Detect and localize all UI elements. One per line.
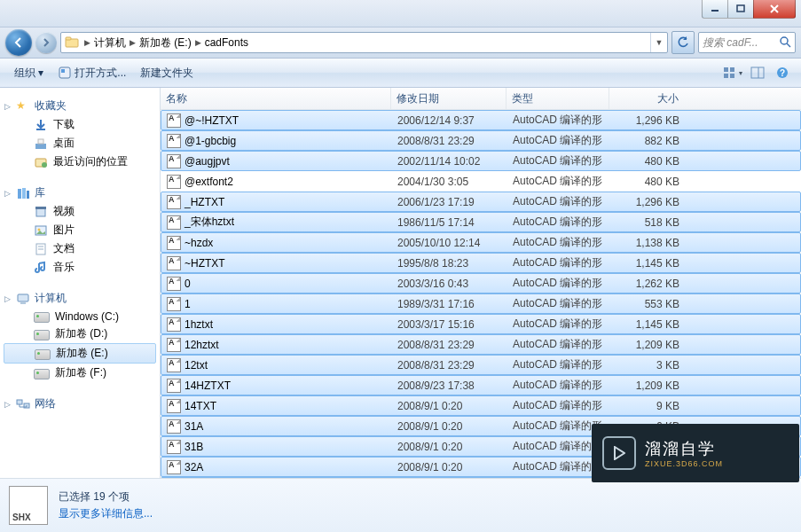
file-row[interactable]: 1hztxt 2003/3/17 15:16 AutoCAD 编译的形 1,14… — [161, 314, 801, 334]
column-size[interactable]: 大小 — [609, 88, 684, 109]
help-button[interactable]: ? — [771, 63, 794, 82]
file-row[interactable]: _HZTXT 2006/1/23 17:19 AutoCAD 编译的形 1,29… — [161, 192, 801, 212]
drive-item[interactable]: 新加卷 (E:) — [4, 343, 156, 364]
libraries-item[interactable]: 图片 — [0, 221, 160, 239]
computer-header[interactable]: ▷ 计算机 — [0, 289, 160, 308]
nav-label: 网络 — [35, 396, 56, 411]
favorites-item[interactable]: 最近访问的位置 — [0, 153, 160, 171]
network-header[interactable]: ▷ 网络 — [0, 395, 160, 413]
drive-item[interactable]: 新加卷 (F:) — [0, 364, 160, 382]
file-size: 882 KB — [610, 135, 685, 147]
drive-item[interactable]: Windows (C:) — [0, 308, 160, 325]
view-options-button[interactable]: ▾ — [721, 63, 744, 82]
file-name: 14HZTXT — [185, 379, 231, 392]
drive-item[interactable]: 新加卷 (D:) — [0, 325, 160, 343]
open-with-button[interactable]: 打开方式... — [51, 62, 133, 84]
breadcrumb[interactable]: cadFonts — [203, 36, 250, 49]
file-date: 2005/10/10 12:14 — [392, 237, 507, 249]
file-date: 2008/9/1 0:20 — [392, 441, 507, 453]
forward-button[interactable] — [35, 32, 57, 53]
file-row[interactable]: 14HZTXT 2008/9/23 17:38 AutoCAD 编译的形 1,2… — [161, 375, 801, 395]
file-date: 2004/1/30 3:05 — [392, 176, 507, 188]
file-row[interactable]: 0 2003/3/16 0:43 AutoCAD 编译的形 1,262 KB — [161, 273, 801, 293]
chevron-right-icon[interactable]: ▶ — [128, 38, 137, 47]
preview-pane-button[interactable] — [746, 63, 769, 82]
refresh-button[interactable] — [671, 31, 695, 54]
minimize-button[interactable] — [702, 0, 728, 19]
file-row[interactable]: 1 1989/3/31 17:16 AutoCAD 编译的形 553 KB — [161, 293, 801, 314]
file-row[interactable]: 12hztxt 2008/8/31 23:29 AutoCAD 编译的形 1,2… — [161, 334, 801, 355]
file-row[interactable]: ~HZTXT 1995/8/8 18:23 AutoCAD 编译的形 1,145… — [161, 253, 801, 273]
file-name: 31B — [185, 441, 203, 453]
file-row[interactable]: 12txt 2008/8/31 23:29 AutoCAD 编译的形 3 KB — [161, 355, 801, 375]
nav-icon — [34, 118, 48, 132]
file-size: 1,138 KB — [610, 237, 685, 249]
close-button[interactable] — [753, 0, 796, 19]
breadcrumb[interactable]: 新加卷 (E:) — [137, 35, 193, 51]
shx-file-icon — [167, 154, 181, 168]
file-type: AutoCAD 编译的形 — [507, 215, 610, 230]
file-row[interactable]: @1-gbcbig 2008/8/31 23:29 AutoCAD 编译的形 8… — [161, 130, 801, 151]
organize-button[interactable]: 组织 ▾ — [7, 62, 51, 84]
file-type: AutoCAD 编译的形 — [507, 337, 610, 352]
shx-file-icon — [167, 277, 181, 291]
svg-rect-25 — [35, 207, 46, 209]
shx-file-icon — [167, 256, 181, 270]
maximize-button[interactable] — [727, 0, 754, 19]
file-size: 518 KB — [610, 216, 685, 229]
file-row[interactable]: @augjpvt 2002/11/14 10:02 AutoCAD 编译的形 4… — [161, 151, 801, 171]
column-name[interactable]: 名称 — [161, 88, 391, 109]
libraries-header[interactable]: ▷ 库 — [0, 184, 160, 202]
new-folder-button[interactable]: 新建文件夹 — [133, 62, 200, 84]
address-box[interactable]: ▶ 计算机 ▶ 新加卷 (E:) ▶ cadFonts ▼ — [60, 32, 668, 53]
nav-icon — [34, 261, 48, 275]
chevron-right-icon[interactable]: ▶ — [82, 38, 92, 47]
file-name: 0 — [185, 278, 191, 290]
file-row[interactable]: _宋体hztxt 1986/11/5 17:14 AutoCAD 编译的形 51… — [161, 212, 801, 232]
file-size: 3 KB — [610, 359, 685, 372]
file-name: @1-gbcbig — [185, 135, 236, 147]
file-list[interactable]: @~!HZTXT 2006/12/14 9:37 AutoCAD 编译的形 1,… — [161, 110, 801, 478]
shx-file-icon — [167, 460, 181, 474]
libraries-item[interactable]: 文档 — [0, 239, 160, 258]
file-name: @~!HZTXT — [185, 114, 239, 127]
favorites-item[interactable]: 下载 — [0, 115, 160, 134]
address-dropdown[interactable]: ▼ — [650, 33, 667, 52]
breadcrumb[interactable]: 计算机 — [92, 35, 128, 51]
chevron-right-icon[interactable]: ▶ — [193, 38, 203, 47]
svg-point-27 — [38, 228, 41, 231]
libraries-item[interactable]: 音乐 — [0, 258, 160, 277]
titlebar — [0, 0, 801, 27]
watermark-overlay: 溜溜自学 ZIXUE.3D66.COM — [592, 424, 799, 482]
file-type: AutoCAD 编译的形 — [507, 255, 610, 270]
file-row[interactable]: ~hzdx 2005/10/10 12:14 AutoCAD 编译的形 1,13… — [161, 232, 801, 253]
navigation-pane[interactable]: ▷ ★ 收藏夹 下载桌面最近访问的位置 ▷ 库 视频图片文档音乐 ▷ — [0, 88, 161, 478]
column-headers[interactable]: 名称 修改日期 类型 大小 — [161, 88, 801, 110]
svg-rect-10 — [724, 74, 728, 78]
file-row[interactable]: @~!HZTXT 2006/12/14 9:37 AutoCAD 编译的形 1,… — [161, 110, 801, 130]
column-date[interactable]: 修改日期 — [391, 88, 507, 109]
nav-icon — [34, 137, 48, 151]
favorites-header[interactable]: ▷ ★ 收藏夹 — [0, 97, 160, 115]
column-type[interactable]: 类型 — [507, 88, 609, 109]
shx-file-icon — [167, 297, 181, 311]
toolbar: 组织 ▾ 打开方式... 新建文件夹 ▾ ? — [0, 59, 801, 88]
favorites-item[interactable]: 桌面 — [0, 134, 160, 153]
file-name: 12hztxt — [185, 339, 219, 351]
file-size: 480 KB — [610, 176, 685, 188]
app-icon — [58, 66, 72, 80]
search-input[interactable]: 搜索 cadF... — [698, 32, 796, 53]
file-type: AutoCAD 编译的形 — [507, 317, 610, 332]
back-button[interactable] — [5, 29, 32, 56]
file-date: 2008/8/31 23:29 — [392, 135, 507, 147]
svg-rect-9 — [730, 67, 734, 72]
file-size: 1,145 KB — [610, 257, 685, 270]
file-size: 553 KB — [610, 298, 685, 310]
file-pane: 名称 修改日期 类型 大小 @~!HZTXT 2006/12/14 9:37 A… — [161, 88, 801, 478]
svg-rect-3 — [66, 37, 71, 40]
show-more-details-link[interactable]: 显示更多详细信息... — [59, 506, 153, 521]
expand-icon: ▷ — [4, 294, 11, 303]
file-row[interactable]: 14TXT 2008/9/1 0:20 AutoCAD 编译的形 9 KB — [161, 395, 801, 416]
file-row[interactable]: @extfont2 2004/1/30 3:05 AutoCAD 编译的形 48… — [161, 171, 801, 192]
libraries-item[interactable]: 视频 — [0, 202, 160, 221]
